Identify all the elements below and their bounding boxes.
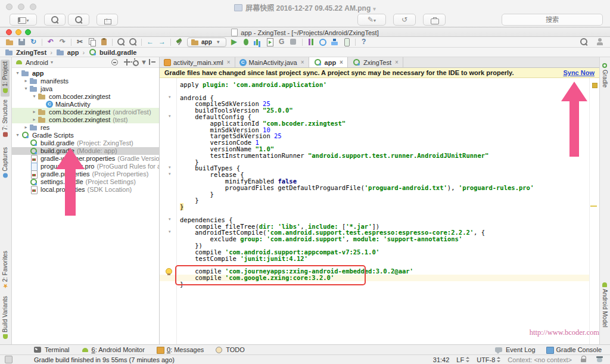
run-configuration-selector[interactable]: app▾ bbox=[187, 38, 226, 47]
tab-activity-main-xml[interactable]: activity_main.xml× bbox=[160, 57, 235, 67]
inspections-profile-icon[interactable] bbox=[595, 355, 604, 364]
sync-button[interactable]: ↻ bbox=[27, 38, 39, 47]
toolwindow-button-event-log[interactable]: Event Log bbox=[494, 346, 536, 354]
layout-button[interactable] bbox=[305, 38, 317, 47]
tab-close-icon[interactable]: × bbox=[340, 59, 343, 66]
forward-button[interactable]: → bbox=[156, 38, 168, 47]
markup-pen-button[interactable]: ✎▾ bbox=[357, 14, 386, 26]
coverage-button[interactable] bbox=[264, 38, 276, 47]
sidebar-view-button[interactable]: ▾ bbox=[10, 14, 37, 26]
toolwindow-button-messages[interactable]: 0: Messages bbox=[155, 346, 204, 354]
sync-gradle-button[interactable] bbox=[317, 38, 329, 47]
gc-button[interactable]: G bbox=[276, 38, 288, 47]
code-editor-surface[interactable]: ▾▾▾▾▾▾ apply plugin: 'com.android.applic… bbox=[160, 78, 599, 344]
expander-expanded-icon[interactable]: ▾ bbox=[14, 132, 21, 138]
tree-row-com-bcoder-zxingtest-test[interactable]: ▸com.bcoder.zxingtest(test) bbox=[12, 116, 159, 123]
hide-button[interactable] bbox=[147, 58, 157, 67]
collapse-button[interactable] bbox=[110, 58, 119, 67]
stripe-item-build-variants[interactable]: Build Variants bbox=[1, 294, 10, 343]
save-button[interactable] bbox=[15, 38, 27, 47]
fold-marker-icon[interactable]: ▾ bbox=[169, 229, 171, 234]
stripe-item-7-structure[interactable]: 7: Structure bbox=[1, 98, 10, 141]
fold-marker-icon[interactable]: ▾ bbox=[169, 95, 171, 99]
tree-row-com-bcoder-zxingtest-androidtest[interactable]: ▸com.bcoder.zxingtest(androidTest) bbox=[12, 108, 159, 116]
project-view-selector[interactable]: Android bbox=[26, 59, 48, 66]
copy-button[interactable] bbox=[86, 38, 98, 47]
tree-row-build-gradle-project-zxingtest[interactable]: build.gradle(Project: ZxingTest) bbox=[12, 139, 159, 147]
expander-expanded-icon[interactable]: ▾ bbox=[31, 94, 38, 99]
write-lock-icon[interactable] bbox=[579, 355, 588, 364]
gear-button[interactable]: ▾ bbox=[135, 58, 144, 67]
expander-expanded-icon[interactable]: ▾ bbox=[23, 86, 29, 91]
toolwindow-button-gradle-console[interactable]: Gradle Console bbox=[545, 346, 602, 354]
tab-close-icon[interactable]: × bbox=[301, 59, 304, 66]
error-stripe-mark[interactable] bbox=[590, 206, 597, 207]
fold-marker-icon[interactable]: ▾ bbox=[169, 217, 171, 222]
run-button[interactable]: ▶ bbox=[228, 38, 240, 47]
tree-row-java[interactable]: ▾java bbox=[12, 85, 159, 92]
breadcrumb-build-gradle[interactable]: build.gradle bbox=[88, 48, 136, 57]
tree-row-build-gradle-module-app[interactable]: build.gradle(Module: app) bbox=[12, 147, 159, 155]
tab-close-icon[interactable]: × bbox=[227, 59, 231, 66]
fold-marker-icon[interactable]: ▾ bbox=[169, 114, 171, 119]
toolwindow-button-terminal[interactable]: Terminal bbox=[33, 346, 70, 354]
encoding-selector[interactable]: UTF-8 bbox=[477, 356, 500, 363]
tree-row-settings-gradle-project-settings[interactable]: settings.gradle(Project Settings) bbox=[12, 178, 159, 186]
breadcrumb-zxingtest[interactable]: ZxingTest bbox=[5, 48, 46, 57]
expander-collapsed-icon[interactable]: ▸ bbox=[23, 78, 29, 83]
tree-row-gradle-properties-project-properties[interactable]: gradle.properties(Project Properties) bbox=[12, 170, 159, 178]
stripe-item-1-project[interactable]: 1: Project bbox=[1, 60, 10, 97]
tab-close-icon[interactable]: × bbox=[395, 59, 399, 66]
toolwindow-button-todo[interactable]: TODO bbox=[214, 346, 245, 354]
find-button[interactable] bbox=[115, 38, 127, 47]
markup-toolbar-button[interactable] bbox=[423, 14, 446, 26]
paste-button[interactable] bbox=[98, 38, 110, 47]
fold-marker-icon[interactable]: ▾ bbox=[169, 165, 171, 170]
stripe-item-gradle[interactable]: Gradle bbox=[600, 60, 609, 89]
stop-button[interactable] bbox=[288, 38, 300, 47]
expander-expanded-icon[interactable]: ▾ bbox=[14, 70, 21, 76]
tree-row-gradle-scripts[interactable]: ▾Gradle Scripts bbox=[12, 131, 159, 139]
zoom-in-button[interactable] bbox=[68, 14, 89, 26]
error-stripe-mark[interactable] bbox=[592, 83, 597, 88]
fold-marker-icon[interactable]: ▾ bbox=[169, 172, 171, 176]
redo-button[interactable]: ↷ bbox=[57, 38, 69, 47]
sdk-button[interactable] bbox=[329, 38, 341, 47]
help-button[interactable]: ? bbox=[358, 38, 370, 47]
hammer-button[interactable] bbox=[173, 38, 185, 47]
cut-button[interactable]: ✂ bbox=[74, 38, 86, 47]
tab-app[interactable]: app× bbox=[309, 57, 348, 67]
error-stripe[interactable] bbox=[589, 78, 599, 344]
open-button[interactable] bbox=[4, 38, 15, 47]
search-input[interactable] bbox=[502, 14, 603, 26]
tree-row-manifests[interactable]: ▸manifests bbox=[12, 77, 159, 85]
expander-collapsed-icon[interactable]: ▸ bbox=[31, 109, 38, 114]
debug-button[interactable] bbox=[240, 38, 252, 47]
zoom-out-button[interactable] bbox=[44, 14, 66, 26]
replace-button[interactable] bbox=[127, 38, 139, 47]
stripe-item-2-favorites[interactable]: 2: Favorites bbox=[1, 249, 10, 292]
editor-gutter[interactable]: ▾▾▾▾▾▾ bbox=[160, 78, 177, 344]
undo-button[interactable]: ↶ bbox=[45, 38, 57, 47]
stripe-item-captures[interactable]: Captures bbox=[1, 145, 10, 182]
expander-collapsed-icon[interactable]: ▸ bbox=[31, 117, 38, 122]
stripe-item-android-model[interactable]: Android Model bbox=[600, 279, 609, 329]
monitor-button[interactable] bbox=[252, 38, 264, 47]
tree-row-local-properties-sdk-location[interactable]: local.properties(SDK Location) bbox=[12, 186, 159, 194]
toolwindow-switcher-icon[interactable] bbox=[5, 356, 13, 363]
user-button[interactable] bbox=[593, 38, 605, 47]
share-button[interactable] bbox=[97, 14, 118, 26]
toolwindow-button-android-monitor[interactable]: 6: Android Monitor bbox=[80, 346, 145, 354]
sync-now-link[interactable]: Sync Now bbox=[563, 69, 595, 76]
tree-row-res[interactable]: ▸res bbox=[12, 123, 159, 131]
rotate-button[interactable]: ↺ bbox=[393, 14, 416, 26]
expander-collapsed-icon[interactable]: ▸ bbox=[23, 125, 29, 130]
tree-row-com-bcoder-zxingtest[interactable]: ▾com.bcoder.zxingtest bbox=[12, 92, 159, 100]
tree-row-proguard-rules-pro-proguard-rules-for-app[interactable]: proguard-rules.pro(ProGuard Rules for ap… bbox=[12, 163, 159, 170]
back-button[interactable]: ← bbox=[144, 38, 156, 47]
search-everywhere-button[interactable] bbox=[578, 38, 590, 47]
line-separator-selector[interactable]: LF bbox=[456, 356, 469, 363]
tree-row-gradle-wrapper-properties-gradle-version[interactable]: gradle-wrapper.properties(Gradle Version… bbox=[12, 155, 159, 163]
tab-mainactivity-java[interactable]: MainActivity.java× bbox=[235, 57, 309, 67]
breadcrumb-app[interactable]: app bbox=[56, 48, 79, 57]
